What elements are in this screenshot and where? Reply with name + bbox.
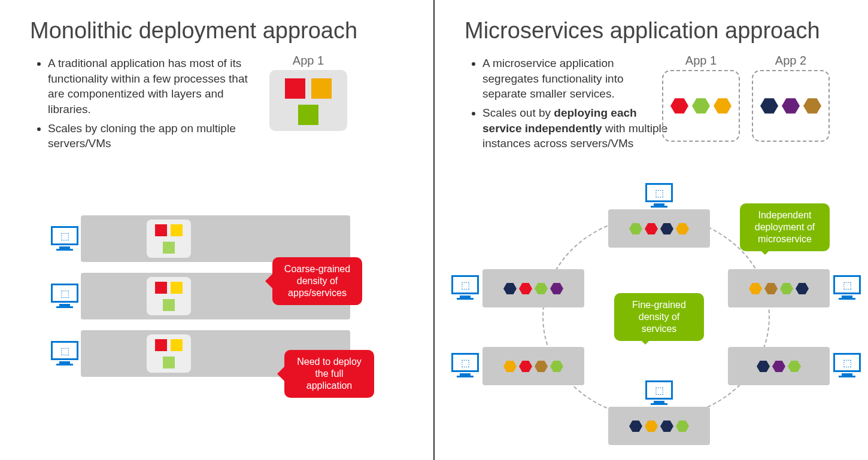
hex-navy: [796, 283, 809, 294]
monitor-icon: ⬚: [645, 380, 673, 404]
microservice-cluster: ⬚ ⬚ ⬚: [453, 191, 848, 449]
monitor-icon: ⬚: [51, 284, 78, 307]
cube-icon: ⬚: [461, 279, 470, 291]
app-label: App 1: [269, 54, 347, 68]
monitor-icon: ⬚: [645, 183, 673, 207]
hex-red: [519, 361, 532, 372]
cluster-node: ⬚: [608, 407, 710, 445]
monitor-icon: ⬚: [833, 353, 861, 377]
hex-green: [535, 283, 548, 294]
cube-icon: ⬚: [843, 279, 852, 291]
app-label: App 1: [662, 54, 740, 68]
app-box: [662, 70, 740, 142]
hex-purple: [782, 98, 800, 114]
hex-orange: [714, 98, 732, 114]
monolithic-title: Monolithic deployment approach: [30, 18, 409, 44]
hex-orange: [749, 283, 762, 294]
cube-icon: ⬚: [655, 385, 664, 396]
hex-orange: [676, 223, 689, 234]
hex-red: [519, 283, 532, 294]
app-label: App 2: [752, 54, 830, 68]
hex-purple: [550, 283, 563, 294]
hex-green: [780, 283, 793, 294]
bullet: Scales out by deploying each service ind…: [482, 105, 668, 151]
cluster-node: ⬚: [482, 347, 584, 385]
cube-icon: ⬚: [60, 345, 69, 357]
monolithic-column: Monolithic deployment approach A traditi…: [0, 0, 433, 460]
hex-green: [692, 98, 710, 114]
app-box: [269, 70, 347, 131]
mini-square: [163, 299, 175, 311]
text: Scales out by: [482, 106, 554, 119]
server-row: [81, 215, 350, 262]
hex-green: [788, 361, 801, 372]
monolithic-servers: ⬚ ⬚ ⬚ Coarse-grained density of apps/ser…: [81, 215, 350, 388]
hex-purple: [772, 361, 785, 372]
callout-fine-grained: Fine-grained density of services: [614, 293, 704, 341]
microservices-column: Microservices application approach A mic…: [435, 0, 868, 460]
hex-navy: [503, 283, 517, 294]
hex-green: [676, 421, 689, 432]
bullet: A microservice application segregates fu…: [482, 56, 668, 102]
monitor-icon: ⬚: [51, 341, 78, 365]
hex-brown: [764, 283, 778, 294]
mini-square: [155, 224, 167, 236]
mini-square: [171, 282, 183, 294]
callout-coarse-grained: Coarse-grained density of apps/services: [272, 257, 362, 305]
callout-full-deploy: Need to deploy the full application: [284, 350, 374, 398]
monitor-icon: ⬚: [833, 275, 861, 299]
component-square-red: [285, 78, 305, 99]
callout-independent-deploy: Independent deployment of microservice: [740, 203, 830, 251]
cluster-node: ⬚: [728, 269, 830, 307]
monolithic-bullets: A traditional application has most of it…: [30, 56, 257, 151]
mini-square: [171, 339, 183, 351]
hex-orange: [503, 361, 517, 372]
hex-navy: [660, 223, 673, 234]
app-box: [752, 70, 830, 142]
mini-square: [163, 357, 175, 368]
hex-brown: [803, 98, 821, 114]
hex-orange: [645, 421, 658, 432]
microservice-app-tiles: App 1 App 2: [662, 54, 830, 142]
hex-red: [645, 223, 658, 234]
mini-square: [155, 282, 167, 294]
cube-icon: ⬚: [655, 187, 664, 199]
component-square-green: [298, 105, 318, 125]
hex-navy: [629, 421, 642, 432]
bullet: Scales by cloning the app on multiple se…: [48, 121, 257, 151]
monolithic-app-tile: App 1: [269, 54, 347, 131]
hex-navy: [660, 421, 673, 432]
microservices-bullets: A microservice application segregates fu…: [465, 56, 668, 151]
mini-app: [147, 277, 191, 315]
monitor-icon: ⬚: [451, 275, 479, 299]
mini-square: [171, 224, 183, 236]
hex-navy: [760, 98, 778, 114]
cluster-node: ⬚: [608, 209, 710, 248]
ms-app-1: App 1: [662, 54, 740, 142]
mini-app: [147, 220, 191, 258]
cube-icon: ⬚: [461, 357, 470, 368]
hex-brown: [535, 361, 548, 372]
monitor-icon: ⬚: [51, 226, 78, 250]
mini-app: [147, 334, 191, 373]
bullet: A traditional application has most of it…: [48, 56, 257, 117]
ms-app-2: App 2: [752, 54, 830, 142]
component-square-orange: [311, 78, 332, 99]
hex-green: [550, 361, 563, 372]
hex-green: [629, 223, 642, 234]
mini-square: [163, 242, 175, 254]
hex-red: [670, 98, 688, 114]
cube-icon: ⬚: [60, 288, 69, 299]
microservices-title: Microservices application approach: [465, 18, 844, 44]
monitor-icon: ⬚: [451, 353, 479, 377]
mini-square: [155, 339, 167, 351]
cluster-node: ⬚: [728, 347, 830, 385]
cluster-node: ⬚: [482, 269, 584, 307]
cube-icon: ⬚: [843, 357, 852, 368]
hex-navy: [757, 361, 770, 372]
cube-icon: ⬚: [60, 230, 69, 242]
